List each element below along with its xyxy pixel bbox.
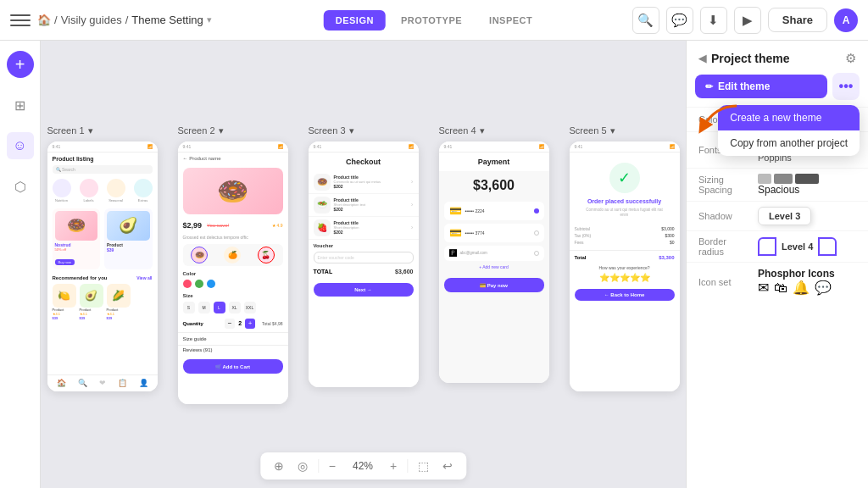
more-options-button[interactable]: •••	[832, 73, 860, 100]
icon-set-property: Icon set Phosphor Icons ✉ 🛍 🔔 💬	[687, 262, 868, 301]
zoom-out-button[interactable]: −	[326, 456, 339, 476]
screen-4-label[interactable]: Screen 4 ▾	[439, 125, 549, 136]
undo-button[interactable]: ↩	[439, 456, 456, 476]
canvas: Screen 1 ▾ 9:41 📶 Product listing 🔍 Sear…	[41, 41, 686, 488]
sidebar-icon-layers[interactable]: ☺	[7, 132, 34, 159]
sizing-block-large	[795, 174, 819, 184]
screen-5-wrapper: Screen 5 ▾ 9:41📶 ✓ Order placed successf…	[570, 125, 680, 391]
shadow-label: Shadow	[698, 211, 749, 221]
screen-2-frame[interactable]: 9:41 📶 ← Product name 🍩 $2,99 You save! …	[178, 141, 288, 404]
sizing-block-small	[758, 174, 771, 184]
panel-chevron[interactable]: ◀	[698, 53, 706, 64]
main-layout: + ⊞ ☺ ⬡ Screen 1 ▾ 9:41 📶 Product	[0, 41, 868, 488]
icon-bell: 🔔	[793, 280, 810, 296]
add-button[interactable]: +	[7, 51, 34, 78]
border-radius-property: Border radius Level 4	[687, 230, 868, 262]
breadcrumb-guides[interactable]: Visily guides	[61, 14, 122, 26]
icon-set-label: Icon set	[698, 277, 749, 287]
screen-1-frame[interactable]: 9:41 📶 Product listing 🔍 Search Nutritio…	[47, 141, 158, 391]
sidebar-icon-assets[interactable]: ⬡	[7, 173, 34, 200]
left-sidebar: + ⊞ ☺ ⬡	[0, 41, 41, 488]
pencil-icon: ✏	[705, 81, 713, 92]
panel-title-text: Project theme	[711, 52, 790, 65]
icon-mail: ✉	[758, 280, 769, 296]
br-corner-right	[818, 237, 837, 256]
right-panel: ◀ Project theme ⚙ ✏ Edit theme ••• Creat…	[686, 41, 868, 488]
edit-theme-button[interactable]: ✏ Edit theme	[695, 75, 827, 98]
screen-4-frame[interactable]: 9:41📶 Payment $3,600 💳 •••••• 2224 💳 •••…	[439, 141, 549, 383]
screens-row: Screen 1 ▾ 9:41 📶 Product listing 🔍 Sear…	[47, 125, 680, 404]
screen-3-wrapper: Screen 3 ▾ 9:41📶 Checkout 🍩 Product titl…	[309, 125, 419, 387]
sizing-property: Sizing Spacing Spacious	[687, 168, 868, 201]
breadcrumb-current: Theme Setting	[131, 14, 203, 26]
sizing-block-medium	[774, 174, 793, 184]
panel-header: ◀ Project theme ⚙	[687, 41, 868, 73]
screen-2-wrapper: Screen 2 ▾ 9:41 📶 ← Product name 🍩 $2,99	[178, 125, 288, 404]
toolbar: 🏠 / Visily guides / Theme Setting ▾ DESI…	[0, 0, 868, 41]
icon-bag: 🛍	[774, 280, 787, 296]
download-button[interactable]: ⬇	[700, 7, 727, 34]
screen-1-wrapper: Screen 1 ▾ 9:41 📶 Product listing 🔍 Sear…	[47, 125, 158, 391]
frame-tool[interactable]: ⊕	[270, 456, 287, 476]
icon-set-row: ✉ 🛍 🔔 💬	[758, 280, 835, 296]
sidebar-icon-components[interactable]: ⊞	[7, 92, 34, 119]
toolbar-center: DESIGN PROTOTYPE INSPECT	[324, 10, 545, 30]
sizing-label: Sizing Spacing	[698, 175, 749, 195]
tab-design[interactable]: DESIGN	[324, 10, 386, 30]
zoom-level[interactable]: 42%	[346, 460, 380, 472]
shadow-property: Shadow Level 3	[687, 201, 868, 230]
screen-5-label[interactable]: Screen 5 ▾	[570, 125, 680, 136]
search-button[interactable]: 🔍	[632, 7, 659, 34]
more-icon: •••	[839, 79, 854, 94]
comment-button[interactable]: 💬	[666, 7, 693, 34]
icon-set-name: Phosphor Icons	[758, 268, 835, 280]
breadcrumb-chevron[interactable]: ▾	[207, 14, 212, 25]
fit-page-button[interactable]: ⬚	[415, 456, 432, 476]
sizing-blocks	[758, 174, 819, 184]
play-button[interactable]: ▶	[734, 7, 761, 34]
sizing-value: Spacious	[758, 184, 819, 196]
panel-settings-icon[interactable]: ⚙	[845, 51, 856, 66]
border-radius-preview[interactable]: Level 4	[758, 237, 837, 256]
sizing-values: Spacious	[758, 174, 819, 196]
home-icon[interactable]: 🏠	[37, 14, 51, 26]
border-radius-label: Border radius	[698, 236, 749, 257]
screen-5-frame[interactable]: 9:41📶 ✓ Order placed successfully Commod…	[570, 141, 680, 391]
bottom-bar: ⊕ ◎ − 42% + ⬚ ↩	[260, 452, 466, 480]
toolbar-right: 🔍 💬 ⬇ ▶ Share A	[632, 7, 858, 34]
panel-title: ◀ Project theme	[698, 52, 790, 65]
hand-tool[interactable]: ◎	[294, 456, 311, 476]
icon-chat: 💬	[815, 280, 832, 296]
breadcrumb: 🏠 / Visily guides / Theme Setting ▾	[37, 14, 212, 26]
br-corner-left	[758, 237, 776, 256]
screen-3-frame[interactable]: 9:41📶 Checkout 🍩 Product title Commodo a…	[309, 141, 419, 387]
screen-2-label[interactable]: Screen 2 ▾	[178, 125, 288, 136]
edit-theme-row: ✏ Edit theme ••• Create a new theme Copy…	[687, 73, 868, 107]
tab-prototype[interactable]: PROTOTYPE	[389, 10, 474, 30]
screen-4-wrapper: Screen 4 ▾ 9:41📶 Payment $3,600 💳 ••••••…	[439, 125, 549, 383]
orange-arrow-annotation	[698, 102, 741, 139]
br-level: Level 4	[782, 241, 813, 252]
screen-1-label[interactable]: Screen 1 ▾	[47, 125, 158, 136]
menu-button[interactable]	[10, 10, 31, 30]
avatar: A	[834, 8, 858, 32]
tab-inspect[interactable]: INSPECT	[477, 10, 544, 30]
screen-3-label[interactable]: Screen 3 ▾	[309, 125, 419, 136]
shadow-value[interactable]: Level 3	[758, 207, 811, 225]
icon-set-values: Phosphor Icons ✉ 🛍 🔔 💬	[758, 268, 835, 296]
zoom-in-button[interactable]: +	[387, 456, 400, 476]
share-button[interactable]: Share	[768, 8, 827, 32]
edit-theme-label: Edit theme	[718, 80, 770, 92]
breadcrumb-sep2: /	[125, 14, 129, 26]
breadcrumb-sep1: /	[54, 14, 58, 26]
